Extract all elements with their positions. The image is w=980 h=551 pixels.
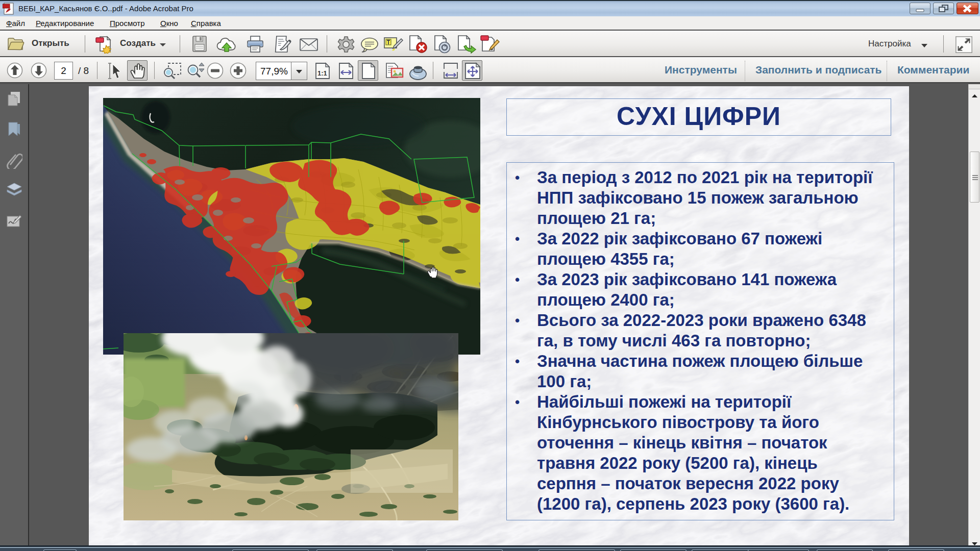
svg-text:1:1: 1:1: [317, 69, 327, 77]
